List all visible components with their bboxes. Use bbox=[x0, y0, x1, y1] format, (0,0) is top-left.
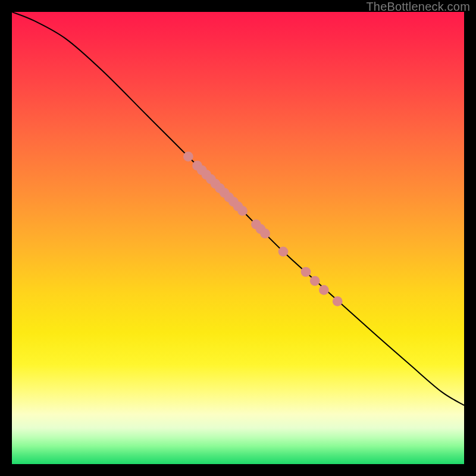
highlight-marker bbox=[319, 285, 329, 295]
highlight-marker bbox=[278, 246, 289, 256]
highlight-marker bbox=[237, 206, 248, 216]
highlight-marker bbox=[301, 267, 311, 277]
highlight-marker bbox=[260, 228, 270, 239]
highlight-marker bbox=[183, 152, 193, 162]
marker-group bbox=[183, 152, 343, 306]
chart-svg bbox=[12, 12, 464, 464]
chart-frame: TheBottleneck.com bbox=[0, 0, 476, 476]
highlight-marker bbox=[310, 276, 320, 286]
highlight-marker bbox=[333, 296, 343, 306]
plot-area bbox=[12, 12, 464, 464]
